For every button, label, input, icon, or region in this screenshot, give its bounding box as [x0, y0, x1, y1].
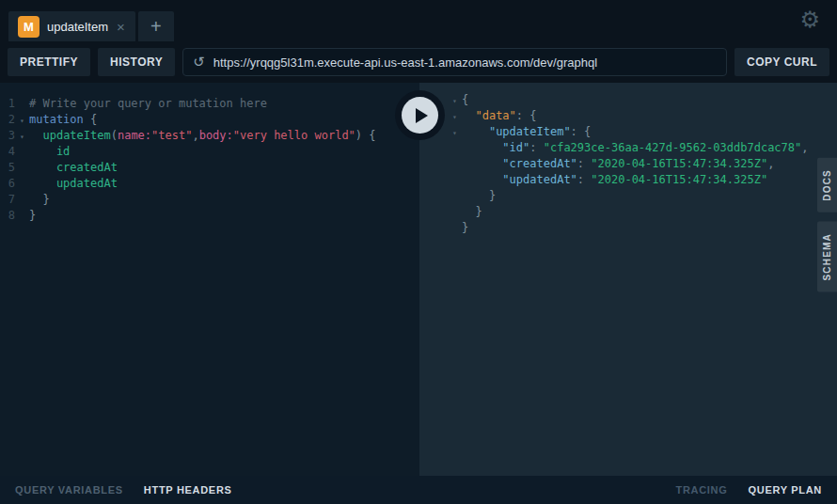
code-text: { — [462, 92, 468, 108]
side-tabs: DOCS SCHEMA — [817, 158, 837, 291]
code-text: } — [29, 192, 50, 208]
editor-line[interactable]: 7 } — [0, 192, 419, 208]
response-line: ▾{ — [419, 92, 837, 108]
tracing-button[interactable]: TRACING — [675, 484, 727, 496]
fold-arrow-icon[interactable]: ▾ — [15, 113, 29, 129]
response-line: } — [419, 188, 837, 204]
code-text: } — [462, 204, 482, 220]
history-button[interactable]: HISTORY — [98, 48, 175, 76]
code-text: updateItem(name:"test",body:"very hello … — [29, 128, 376, 144]
execute-button[interactable] — [395, 90, 445, 140]
refresh-icon[interactable]: ↺ — [193, 55, 205, 69]
query-variables-button[interactable]: QUERY VARIABLES — [15, 484, 123, 496]
copy-curl-button[interactable]: COPY CURL — [734, 48, 829, 76]
execute-button-circle — [402, 97, 438, 134]
code-text: "createdAt": "2020-04-16T15:47:34.325Z", — [462, 156, 774, 172]
bottom-right-group: TRACING QUERY PLAN — [675, 484, 822, 496]
editor-line[interactable]: 1# Write your query or mutation here — [0, 96, 419, 112]
mutation-badge-icon: M — [18, 16, 39, 38]
response-line: "id": "cfa293ce-36aa-427d-9562-03ddb7dca… — [419, 140, 837, 156]
bottom-left-group: QUERY VARIABLES HTTP HEADERS — [15, 484, 232, 496]
code-text: # Write your query or mutation here — [29, 96, 267, 112]
endpoint-input[interactable] — [213, 55, 717, 70]
editor-line[interactable]: 6 updatedAt — [0, 176, 419, 192]
code-text: "data": { — [462, 108, 537, 124]
tab-bar: M updateItem × + ⚙ — [0, 0, 837, 41]
editor-line[interactable]: 2▾mutation { — [0, 112, 419, 128]
line-number: 7 — [0, 192, 15, 208]
line-number: 2 — [0, 112, 15, 128]
response-line: ▾ "updateItem": { — [419, 124, 837, 140]
docs-tab[interactable]: DOCS — [817, 158, 837, 213]
tab-label: updateItem — [47, 20, 108, 34]
new-tab-button[interactable]: + — [138, 11, 174, 41]
query-editor-lines: 1# Write your query or mutation here2▾mu… — [0, 96, 419, 224]
fold-arrow-icon[interactable]: ▾ — [15, 129, 29, 145]
line-number: 1 — [0, 96, 15, 112]
code-text: createdAt — [29, 160, 118, 176]
response-line: ▾ "data": { — [419, 108, 837, 124]
fold-arrow-icon[interactable]: ▾ — [448, 125, 462, 141]
fold-arrow-icon[interactable]: ▾ — [448, 93, 462, 109]
query-editor-pane[interactable]: 1# Write your query or mutation here2▾mu… — [0, 83, 419, 476]
toolbar: PRETTIFY HISTORY ↺ COPY CURL — [0, 41, 837, 83]
response-pane: ▾{▾ "data": {▾ "updateItem": { "id": "cf… — [419, 83, 837, 476]
code-text: id — [29, 144, 70, 160]
response-line: "updatedAt": "2020-04-16T15:47:34.325Z" — [419, 172, 837, 188]
response-lines: ▾{▾ "data": {▾ "updateItem": { "id": "cf… — [419, 92, 837, 236]
query-plan-button[interactable]: QUERY PLAN — [748, 484, 822, 496]
editor-line[interactable]: 5 createdAt — [0, 160, 419, 176]
editor-line[interactable]: 4 id — [0, 144, 419, 160]
http-headers-button[interactable]: HTTP HEADERS — [144, 484, 232, 496]
response-line: } — [419, 204, 837, 220]
fold-arrow-icon[interactable]: ▾ — [448, 109, 462, 125]
response-line: "createdAt": "2020-04-16T15:47:34.325Z", — [419, 156, 837, 172]
settings-gear-icon[interactable]: ⚙ — [799, 7, 820, 33]
close-tab-icon[interactable]: × — [116, 20, 126, 34]
code-text: } — [462, 188, 496, 204]
editor-line[interactable]: 3▾ updateItem(name:"test",body:"very hel… — [0, 128, 419, 144]
code-text: updatedAt — [29, 176, 118, 192]
code-text: } — [462, 220, 468, 236]
code-text: "updateItem": { — [462, 124, 591, 140]
response-line: } — [419, 220, 837, 236]
line-number: 6 — [0, 176, 15, 192]
play-icon — [416, 108, 428, 123]
graphql-playground-window: M updateItem × + ⚙ PRETTIFY HISTORY ↺ CO… — [0, 0, 837, 504]
bottom-bar: QUERY VARIABLES HTTP HEADERS TRACING QUE… — [0, 476, 837, 504]
line-number: 8 — [0, 208, 15, 224]
editor-line[interactable]: 8} — [0, 208, 419, 224]
schema-tab[interactable]: SCHEMA — [817, 222, 837, 292]
main-area: 1# Write your query or mutation here2▾mu… — [0, 83, 837, 476]
plus-icon: + — [150, 16, 162, 38]
line-number: 3 — [0, 128, 15, 144]
prettify-button[interactable]: PRETTIFY — [8, 48, 90, 76]
line-number: 5 — [0, 160, 15, 176]
code-text: "updatedAt": "2020-04-16T15:47:34.325Z" — [462, 172, 767, 188]
code-text: "id": "cfa293ce-36aa-427d-9562-03ddb7dca… — [462, 140, 809, 156]
endpoint-bar[interactable]: ↺ — [182, 48, 727, 76]
tab-updateitem[interactable]: M updateItem × — [8, 11, 135, 41]
line-number: 4 — [0, 144, 15, 160]
code-text: } — [29, 208, 36, 224]
code-text: mutation { — [29, 112, 97, 128]
